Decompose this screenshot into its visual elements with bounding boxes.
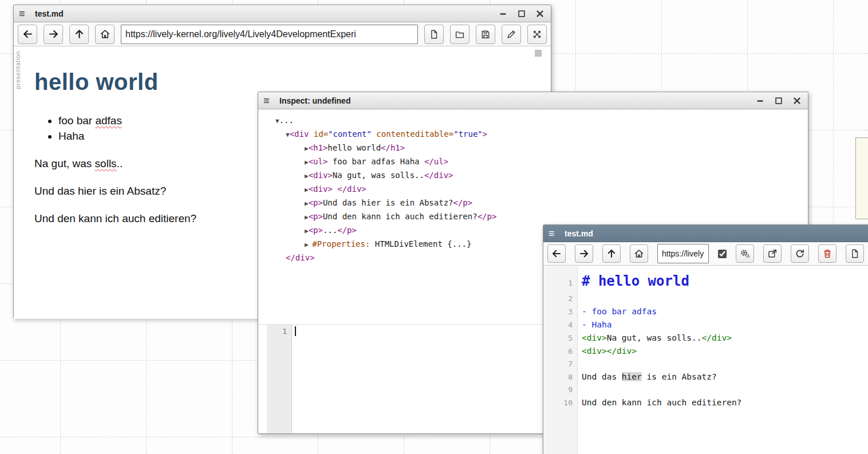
editor-line[interactable]: 7 bbox=[543, 358, 868, 370]
line-number: 4 bbox=[543, 319, 578, 331]
minimize-icon bbox=[499, 9, 508, 18]
maximize-icon bbox=[517, 9, 526, 18]
editor-lines: 1# hello world23- foo bar adfas4- Haha5<… bbox=[543, 266, 868, 409]
tree-row[interactable]: ▶<ul> foo bar adfas Haha </ul> bbox=[258, 155, 808, 169]
line-number: 7 bbox=[543, 358, 578, 370]
home-icon bbox=[100, 29, 111, 40]
options-checkbox[interactable] bbox=[718, 250, 727, 258]
titlebar[interactable]: ≡ test.md bbox=[14, 5, 551, 22]
open-external-button[interactable] bbox=[763, 244, 782, 263]
tree-row[interactable]: ▶<div> </div> bbox=[258, 183, 808, 196]
close-icon bbox=[535, 9, 545, 18]
misspelled-word: solls bbox=[95, 157, 117, 169]
settings-button[interactable] bbox=[736, 244, 754, 263]
presentation-label: presentation bbox=[14, 51, 21, 89]
url-input[interactable] bbox=[657, 244, 709, 263]
minimize-button[interactable] bbox=[755, 96, 766, 106]
home-button[interactable] bbox=[95, 25, 115, 44]
gears-icon bbox=[740, 248, 750, 259]
editor-line[interactable]: 4- Haha bbox=[543, 318, 868, 331]
pencil-icon bbox=[506, 29, 516, 40]
list-item-text: foo bar bbox=[58, 115, 95, 127]
text-cursor bbox=[295, 326, 296, 336]
tree-row[interactable]: ▶<h1>hello world</h1> bbox=[258, 141, 808, 155]
window-controls bbox=[755, 96, 803, 106]
line-number: 2 bbox=[543, 293, 578, 305]
tree-row[interactable]: ▶<p>Und das hier is ein Absatz?</p> bbox=[258, 196, 808, 210]
markdown-editor-window: ≡ test.md bbox=[543, 224, 868, 454]
external-link-icon bbox=[767, 248, 778, 259]
scrollbar-thumb[interactable] bbox=[535, 50, 542, 57]
file-icon bbox=[850, 248, 860, 259]
desktop: ≡ test.md bbox=[0, 0, 868, 454]
open-folder-button[interactable] bbox=[450, 25, 469, 44]
line-number: 1 bbox=[258, 327, 292, 335]
minimize-button[interactable] bbox=[498, 9, 509, 19]
line-number: 8 bbox=[543, 371, 578, 384]
forward-arrow-icon bbox=[579, 248, 589, 259]
editor-line[interactable]: 5<div>Na gut, was solls..</div> bbox=[543, 331, 868, 345]
folder-icon bbox=[455, 29, 465, 40]
maximize-button[interactable] bbox=[773, 96, 784, 106]
forward-arrow-icon bbox=[48, 29, 59, 40]
reload-button[interactable] bbox=[791, 244, 809, 263]
close-button[interactable] bbox=[534, 9, 546, 19]
up-arrow-icon bbox=[606, 248, 617, 259]
minimize-icon bbox=[756, 96, 765, 105]
background-window-edge[interactable] bbox=[855, 137, 868, 219]
editor-line[interactable]: 3- foo bar adfas bbox=[543, 305, 868, 318]
code-editor[interactable]: 1# hello world23- foo bar adfas4- Haha5<… bbox=[543, 266, 868, 454]
paragraph-text: .. bbox=[117, 157, 123, 169]
forward-button[interactable] bbox=[44, 25, 63, 44]
new-file-button[interactable] bbox=[424, 25, 444, 44]
edit-button[interactable] bbox=[502, 25, 521, 44]
forward-button[interactable] bbox=[575, 244, 593, 263]
line-number: 3 bbox=[543, 306, 578, 318]
up-button[interactable] bbox=[602, 244, 621, 263]
window-menu-icon[interactable]: ≡ bbox=[19, 9, 33, 19]
titlebar[interactable]: ≡ test.md bbox=[543, 225, 868, 242]
new-file-button[interactable] bbox=[846, 244, 864, 263]
line-number: 1 bbox=[543, 274, 578, 293]
titlebar[interactable]: ≡ Inspect: undefined bbox=[258, 92, 808, 109]
editor-line[interactable]: 1# hello world bbox=[543, 272, 868, 293]
tree-row[interactable]: ▶<div>Na gut, was solls..</div> bbox=[258, 169, 808, 183]
editor-line[interactable]: 9 bbox=[543, 384, 868, 396]
navigation-toolbar bbox=[14, 22, 551, 46]
refresh-icon bbox=[795, 248, 805, 259]
window-menu-icon[interactable]: ≡ bbox=[263, 96, 277, 106]
delete-button[interactable] bbox=[818, 244, 837, 263]
window-title: test.md bbox=[565, 229, 593, 238]
editor-line[interactable]: 10Und den kann ich auch editieren? bbox=[543, 396, 868, 409]
paragraph-text: Na gut, was bbox=[34, 157, 95, 169]
window-menu-icon[interactable]: ≡ bbox=[549, 228, 562, 239]
close-button[interactable] bbox=[791, 96, 803, 106]
up-button[interactable] bbox=[69, 25, 89, 44]
window-title: Inspect: undefined bbox=[279, 96, 350, 105]
line-number: 5 bbox=[543, 332, 578, 345]
line-number: 9 bbox=[543, 384, 578, 396]
trash-icon bbox=[822, 248, 833, 259]
expand-arrows-icon bbox=[532, 29, 542, 40]
editor-line[interactable]: 2 bbox=[543, 293, 868, 305]
expand-button[interactable] bbox=[527, 25, 547, 44]
window-controls bbox=[498, 9, 546, 19]
back-button[interactable] bbox=[18, 25, 37, 44]
close-icon bbox=[792, 96, 802, 105]
home-button[interactable] bbox=[630, 244, 648, 263]
url-input[interactable] bbox=[121, 25, 418, 44]
editor-line[interactable]: 8Und das hier is ein Absatz? bbox=[543, 370, 868, 384]
back-arrow-icon bbox=[22, 29, 33, 40]
tree-row[interactable]: ▶<p>Und den kann ich auch editieren?</p> bbox=[258, 210, 808, 224]
back-arrow-icon bbox=[551, 248, 562, 259]
editor-line[interactable]: 6<div></div> bbox=[543, 345, 868, 358]
home-icon bbox=[634, 248, 644, 259]
maximize-button[interactable] bbox=[516, 9, 527, 19]
window-title: test.md bbox=[35, 9, 64, 18]
misspelled-word: adfas bbox=[95, 115, 121, 127]
save-button[interactable] bbox=[476, 25, 495, 44]
tree-row[interactable]: ▼... bbox=[258, 114, 808, 128]
tree-row[interactable]: ▼<div id="content" contenteditable="true… bbox=[258, 128, 808, 141]
floppy-save-icon bbox=[480, 29, 491, 40]
back-button[interactable] bbox=[547, 244, 566, 263]
